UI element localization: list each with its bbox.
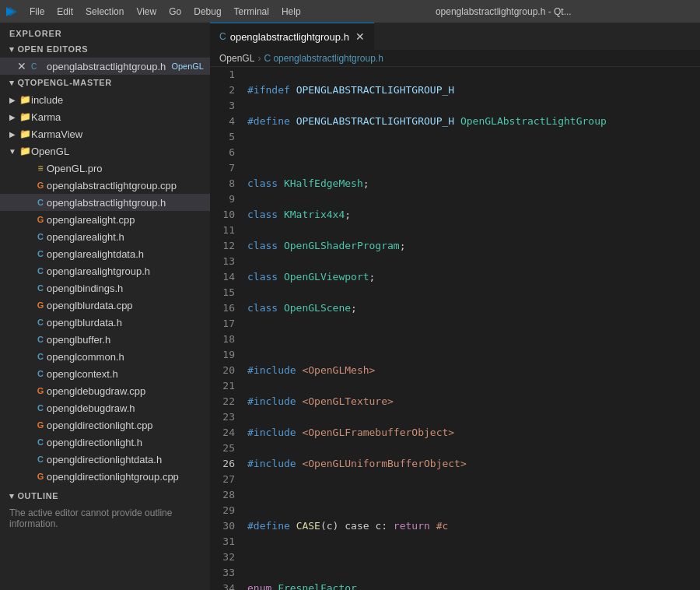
line-num: 9: [210, 191, 235, 207]
line-num: 11: [210, 223, 235, 238]
tree-item-karma[interactable]: ▶ 📁 Karma: [0, 108, 210, 125]
file-type-icon: C: [34, 403, 47, 413]
line-num: 13: [210, 254, 235, 269]
line-num: 4: [210, 114, 235, 129]
file-type-icon: C: [31, 62, 44, 71]
arrow-icon: ▶: [6, 130, 19, 139]
tree-item-blurdata-cpp[interactable]: G openglblurdata.cpp: [0, 297, 210, 314]
file-name-label: opengldirectionlightgroup.cpp: [47, 471, 210, 483]
tree-item-bindings-h[interactable]: C openglbindings.h: [0, 279, 210, 297]
code-line: #include <OpenGLMesh>: [247, 363, 700, 378]
tree-item-context-h[interactable]: C openglcontext.h: [0, 365, 210, 382]
line-num: 24: [210, 425, 235, 441]
menu-view[interactable]: View: [130, 0, 163, 23]
file-tree: ▶ 📁 include ▶ 📁 Karma ▶ 📁 KarmaView ▼ 📁 …: [0, 91, 210, 485]
menu-help[interactable]: Help: [275, 0, 307, 23]
line-num: 19: [210, 347, 235, 363]
tree-item-debugdraw-h[interactable]: C opengldebugdraw.h: [0, 399, 210, 416]
line-num: 12: [210, 238, 235, 254]
file-name-label: openglarealightdata.h: [47, 248, 210, 260]
svg-marker-1: [9, 7, 17, 16]
tree-item-blurdata-h[interactable]: C openglblurdata.h: [0, 314, 210, 331]
file-name-label: opengldirectionlightdata.h: [47, 454, 210, 465]
line-num: 16: [210, 300, 235, 316]
file-type-icon: C: [34, 318, 47, 327]
menu-bar: File Edit Selection View Go Debug Termin…: [23, 0, 307, 23]
tree-item-directionlight-cpp[interactable]: G opengldirectionlight.cpp: [0, 416, 210, 434]
tab-bar: C openglabstractlightgroup.h ✕: [210, 23, 700, 50]
tree-item-abstractlightgroup-cpp[interactable]: G openglabstractlightgroup.cpp: [0, 177, 210, 194]
code-line: [247, 145, 700, 160]
arrow-icon: ▶: [6, 96, 19, 104]
file-name-label: opengldirectionlight.h: [47, 437, 210, 448]
open-file-item[interactable]: ✕ C openglabstractlightgroup.h OpenGL: [0, 58, 210, 75]
tree-item-arealightdata-h[interactable]: C openglarealightdata.h: [0, 245, 210, 262]
line-num: 30: [210, 518, 235, 534]
code-editor[interactable]: 1 2 3 4 5 6 7 8 9 10 11 12 13 14 15 16 1…: [210, 67, 700, 590]
file-name-label: openglabstractlightgroup.cpp: [47, 180, 210, 191]
tree-item-opengl-pro[interactable]: ≡ OpenGL.pro: [0, 160, 210, 177]
file-name-label: opengldebugdraw.h: [47, 402, 210, 414]
open-file-label: openglabstractlightgroup.h: [47, 61, 166, 72]
file-name-label: openglarealightgroup.h: [47, 265, 210, 277]
tree-item-arealight-h[interactable]: C openglarealight.h: [0, 228, 210, 245]
line-num: 21: [210, 378, 235, 394]
tree-item-debugdraw-cpp[interactable]: G opengldebugdraw.cpp: [0, 382, 210, 399]
code-line: [247, 332, 700, 347]
line-num: 17: [210, 316, 235, 332]
file-type-icon: C: [34, 352, 47, 361]
code-line: #define CASE(c) case c: return #c: [247, 518, 700, 534]
arrow-icon: ▶: [6, 113, 19, 121]
file-name-label: openglabstractlightgroup.h: [47, 197, 210, 209]
line-num: 7: [210, 160, 235, 176]
tree-item-abstractlightgroup-h[interactable]: C openglabstractlightgroup.h: [0, 194, 210, 211]
tab-close-icon[interactable]: ✕: [355, 30, 365, 43]
file-name-label: openglbindings.h: [47, 283, 210, 294]
menu-debug[interactable]: Debug: [187, 0, 227, 23]
file-type-icon: G: [34, 181, 47, 190]
tree-item-directionlightgroup-cpp[interactable]: G opengldirectionlightgroup.cpp: [0, 468, 210, 485]
file-name-label: OpenGL.pro: [47, 163, 210, 174]
open-editors-section[interactable]: ▾ OPEN EDITORS: [0, 41, 210, 58]
menu-terminal[interactable]: Terminal: [228, 0, 275, 23]
tree-item-common-h[interactable]: C openglcommon.h: [0, 348, 210, 365]
tree-item-arealight-cpp[interactable]: G openglarealight.cpp: [0, 211, 210, 228]
file-type-icon: G: [34, 472, 47, 481]
line-num: 1: [210, 67, 235, 83]
file-name-label: opengldirectionlight.cpp: [47, 420, 210, 431]
tree-item-buffer-h[interactable]: C openglbuffer.h: [0, 331, 210, 348]
tree-item-opengl[interactable]: ▼ 📁 OpenGL: [0, 142, 210, 160]
folder-name: Karma: [31, 111, 210, 123]
file-type-icon: G: [34, 215, 47, 224]
code-content[interactable]: #ifndef OPENGLABSTRACTLIGHTGROUP_H #defi…: [241, 67, 700, 590]
file-type-icon: C: [34, 249, 47, 258]
tree-item-directionlight-h[interactable]: C opengldirectionlight.h: [0, 434, 210, 451]
line-num: 14: [210, 269, 235, 285]
menu-edit[interactable]: Edit: [51, 0, 79, 23]
line-num: 2: [210, 83, 235, 98]
project-section[interactable]: ▾ QTOPENGL-MASTER: [0, 75, 210, 91]
code-line: [247, 487, 700, 503]
breadcrumb-opengl[interactable]: OpenGL: [219, 53, 254, 64]
menu-file[interactable]: File: [23, 0, 51, 23]
tree-item-karmaview[interactable]: ▶ 📁 KarmaView: [0, 125, 210, 142]
line-num: 27: [210, 472, 235, 487]
tab-file-icon: C: [219, 31, 226, 42]
tree-item-directionlightdata-h[interactable]: C opengldirectionlightdata.h: [0, 451, 210, 468]
code-line: #include <OpenGLFramebufferObject>: [247, 425, 700, 441]
menu-selection[interactable]: Selection: [79, 0, 130, 23]
folder-icon: 📁: [19, 94, 31, 105]
line-num: 32: [210, 550, 235, 565]
file-type-icon: ≡: [34, 163, 47, 174]
editor-tab[interactable]: C openglabstractlightgroup.h ✕: [210, 23, 374, 50]
outline-message: The active editor cannot provide outline…: [0, 504, 210, 536]
outline-title[interactable]: ▾ OUTLINE: [0, 488, 210, 504]
tree-item-include[interactable]: ▶ 📁 include: [0, 91, 210, 108]
close-file-icon[interactable]: ✕: [16, 60, 28, 72]
breadcrumb-file[interactable]: C openglabstractlightgroup.h: [264, 53, 383, 64]
explorer-title: EXPLORER: [0, 23, 210, 41]
code-line: class OpenGLScene;: [247, 300, 700, 316]
line-num: 25: [210, 441, 235, 456]
menu-go[interactable]: Go: [163, 0, 187, 23]
tree-item-arealightgroup-h[interactable]: C openglarealightgroup.h: [0, 262, 210, 279]
